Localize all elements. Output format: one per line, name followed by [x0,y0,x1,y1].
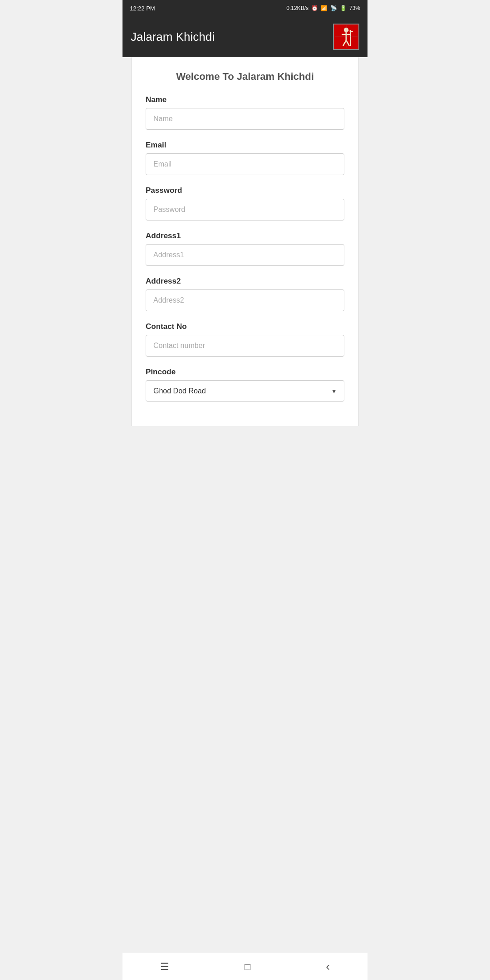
name-input[interactable] [146,108,344,130]
name-label: Name [146,95,344,104]
status-time: 12:22 PM [130,5,155,12]
main-content: Welcome To Jalaram Khichdi Name Email Pa… [132,57,358,426]
network-speed: 0.12KB/s [286,5,309,11]
address2-input[interactable] [146,289,344,311]
battery-icon: 🔋 [340,5,347,11]
welcome-title: Welcome To Jalaram Khichdi [146,71,344,83]
address2-label: Address2 [146,277,344,286]
email-input[interactable] [146,153,344,175]
pincode-select[interactable]: Ghod Dod Road Athwa Lines Adajan Vesu Pa… [146,380,344,402]
pincode-select-wrapper: Ghod Dod Road Athwa Lines Adajan Vesu Pa… [146,380,344,402]
pincode-field-group: Pincode Ghod Dod Road Athwa Lines Adajan… [146,368,344,402]
logo-svg [335,25,358,48]
password-field-group: Password [146,186,344,220]
name-field-group: Name [146,95,344,130]
status-bar: 12:22 PM 0.12KB/s ⏰ 📶 📡 🔋 73% [122,0,368,16]
battery-level: 73% [349,5,360,11]
status-right: 0.12KB/s ⏰ 📶 📡 🔋 73% [286,5,360,11]
app-logo [333,24,359,50]
address1-label: Address1 [146,231,344,240]
signal-icon: 📶 [321,5,328,11]
address1-field-group: Address1 [146,231,344,266]
contact-no-label: Contact No [146,322,344,331]
email-field-group: Email [146,141,344,175]
password-input[interactable] [146,199,344,220]
password-label: Password [146,186,344,195]
pincode-label: Pincode [146,368,344,377]
address1-input[interactable] [146,244,344,266]
contact-no-input[interactable] [146,335,344,357]
wifi-icon: 📡 [330,5,337,11]
app-title: Jalaram Khichdi [131,30,215,44]
address2-field-group: Address2 [146,277,344,311]
app-header: Jalaram Khichdi [122,16,368,57]
alarm-icon: ⏰ [311,5,318,11]
contact-no-field-group: Contact No [146,322,344,357]
email-label: Email [146,141,344,150]
